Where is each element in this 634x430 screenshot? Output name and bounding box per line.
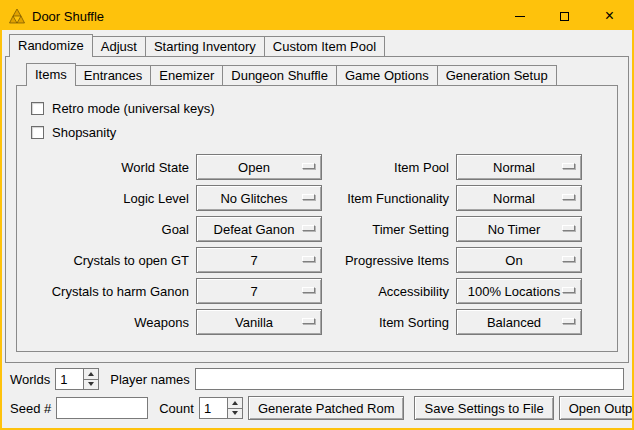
tab-starting-inventory[interactable]: Starting Inventory <box>145 36 265 56</box>
randomize-pane: Items Entrances Enemizer Dungeon Shuffle… <box>5 56 629 363</box>
dropdown-indicator-icon <box>562 225 575 231</box>
arrow-up-icon <box>232 401 238 405</box>
dropdown-indicator-icon <box>562 318 575 324</box>
progressive-items-dropdown[interactable]: On <box>456 247 582 273</box>
world-state-dropdown[interactable]: Open <box>196 154 322 180</box>
dropdown-indicator-icon <box>562 163 575 169</box>
dropdown-indicator-icon <box>562 287 575 293</box>
weapons-dropdown[interactable]: Vanilla <box>196 309 322 335</box>
logic-level-label: Logic Level <box>29 191 189 206</box>
logic-level-dropdown[interactable]: No Glitches <box>196 185 322 211</box>
accessibility-dropdown[interactable]: 100% Locations <box>456 278 582 304</box>
progressive-items-label: Progressive Items <box>329 253 449 268</box>
open-output-directory-button[interactable]: Open Output Directory <box>559 396 634 420</box>
tab-game-options[interactable]: Game Options <box>336 65 438 85</box>
timer-setting-label: Timer Setting <box>329 222 449 237</box>
count-stepper <box>199 397 243 419</box>
item-functionality-dropdown[interactable]: Normal <box>456 185 582 211</box>
seed-row: Seed # Count Generate Patched Rom Save S… <box>10 396 624 420</box>
retro-mode-checkbox-row: Retro mode (universal keys) <box>31 96 605 120</box>
count-label: Count <box>159 401 194 416</box>
minimize-icon <box>515 16 525 17</box>
close-icon: × <box>605 8 614 24</box>
dropdown-indicator-icon <box>302 318 315 324</box>
count-down-button[interactable] <box>227 409 243 420</box>
item-functionality-label: Item Functionality <box>329 191 449 206</box>
window-title: Door Shuffle <box>25 9 104 24</box>
seed-input[interactable] <box>56 397 148 419</box>
worlds-input[interactable] <box>55 368 83 390</box>
retro-mode-label: Retro mode (universal keys) <box>52 101 215 116</box>
worlds-down-button[interactable] <box>83 380 99 391</box>
dropdown-indicator-icon <box>302 287 315 293</box>
world-state-label: World State <box>29 160 189 175</box>
arrow-up-icon <box>88 372 94 376</box>
tab-custom-item-pool[interactable]: Custom Item Pool <box>264 36 385 56</box>
outer-tab-bar: Randomize Adjust Starting Inventory Cust… <box>5 34 629 56</box>
shopsanity-label: Shopsanity <box>52 125 116 140</box>
tab-randomize[interactable]: Randomize <box>9 34 93 57</box>
window: Door Shuffle × Randomize Adjust Starting… <box>0 0 634 430</box>
crystals-open-gt-label: Crystals to open GT <box>29 253 189 268</box>
tab-generation-setup[interactable]: Generation Setup <box>437 65 557 85</box>
retro-mode-checkbox[interactable] <box>31 102 44 115</box>
generate-patched-rom-button[interactable]: Generate Patched Rom <box>248 396 405 420</box>
arrow-down-icon <box>88 382 94 386</box>
weapons-label: Weapons <box>29 315 189 330</box>
dropdown-indicator-icon <box>302 256 315 262</box>
app-icon <box>9 8 25 24</box>
inner-tab-bar: Items Entrances Enemizer Dungeon Shuffle… <box>16 63 618 85</box>
dropdown-indicator-icon <box>302 194 315 200</box>
timer-setting-dropdown[interactable]: No Timer <box>456 216 582 242</box>
goal-label: Goal <box>29 222 189 237</box>
close-button[interactable]: × <box>587 2 632 30</box>
worlds-stepper <box>55 368 99 390</box>
count-input[interactable] <box>199 397 227 419</box>
dropdown-indicator-icon <box>302 225 315 231</box>
crystals-harm-ganon-dropdown[interactable]: 7 <box>196 278 322 304</box>
tab-entrances[interactable]: Entrances <box>75 65 152 85</box>
accessibility-label: Accessibility <box>329 284 449 299</box>
item-pool-dropdown[interactable]: Normal <box>456 154 582 180</box>
item-sorting-dropdown[interactable]: Balanced <box>456 309 582 335</box>
maximize-icon <box>560 12 569 21</box>
item-pool-label: Item Pool <box>329 160 449 175</box>
player-names-input[interactable] <box>195 368 624 390</box>
window-body: Randomize Adjust Starting Inventory Cust… <box>2 30 632 428</box>
crystals-harm-ganon-label: Crystals to harm Ganon <box>29 284 189 299</box>
options-grid: World State Open Item Pool Normal Logic … <box>29 154 605 335</box>
tab-adjust[interactable]: Adjust <box>92 36 146 56</box>
goal-dropdown[interactable]: Defeat Ganon <box>196 216 322 242</box>
items-pane: Retro mode (universal keys) Shopsanity W… <box>16 85 618 352</box>
worlds-label: Worlds <box>10 372 50 387</box>
shopsanity-checkbox-row: Shopsanity <box>31 120 605 144</box>
dropdown-indicator-icon <box>562 194 575 200</box>
maximize-button[interactable] <box>542 2 587 30</box>
minimize-button[interactable] <box>497 2 542 30</box>
worlds-row: Worlds Player names <box>10 367 624 391</box>
count-up-button[interactable] <box>227 397 243 409</box>
tab-dungeon-shuffle[interactable]: Dungeon Shuffle <box>222 65 337 85</box>
seed-label: Seed # <box>10 401 51 416</box>
dropdown-indicator-icon <box>302 163 315 169</box>
item-sorting-label: Item Sorting <box>329 315 449 330</box>
player-names-label: Player names <box>110 372 189 387</box>
save-settings-button[interactable]: Save Settings to File <box>414 396 553 420</box>
arrow-down-icon <box>232 411 238 415</box>
bottom-bar: Worlds Player names Seed # Count <box>5 363 629 425</box>
shopsanity-checkbox[interactable] <box>31 126 44 139</box>
worlds-up-button[interactable] <box>83 368 99 380</box>
titlebar: Door Shuffle × <box>2 2 632 30</box>
dropdown-indicator-icon <box>562 256 575 262</box>
tab-enemizer[interactable]: Enemizer <box>150 65 223 85</box>
crystals-open-gt-dropdown[interactable]: 7 <box>196 247 322 273</box>
tab-items[interactable]: Items <box>26 63 76 86</box>
